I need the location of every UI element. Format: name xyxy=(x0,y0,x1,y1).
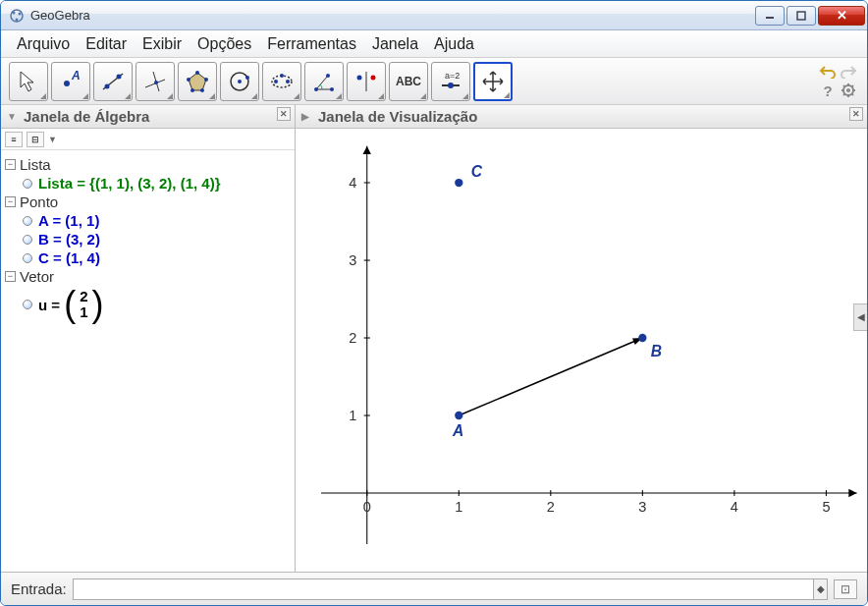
content: ▼ Janela de Álgebra ✕ ≡ ⊟ ▼ −Lista Lista… xyxy=(1,105,867,572)
toolbar: A ABC a=2 ? xyxy=(1,58,867,105)
group-ponto: −Ponto A = (1, 1) B = (3, 2) C = (1, 4) xyxy=(5,193,291,266)
tool-line[interactable] xyxy=(93,62,133,101)
toggle-minus-icon: − xyxy=(5,196,16,207)
menu-exibir[interactable]: Exibir xyxy=(136,33,188,55)
toggle-minus-icon: − xyxy=(5,271,16,282)
graphics-close-button[interactable]: ✕ xyxy=(849,107,863,121)
command-input[interactable] xyxy=(73,578,814,600)
svg-text:a=2: a=2 xyxy=(445,71,460,81)
menu-editar[interactable]: Editar xyxy=(80,33,133,55)
svg-line-43 xyxy=(843,94,845,96)
graphics-panel: ▶ Janela de Visualização ✕ 0123451234ABC xyxy=(296,105,867,572)
group-lista: −Lista Lista = {(1, 1), (3, 2), (1, 4)} xyxy=(5,156,291,192)
keyboard-button[interactable]: ⊡ xyxy=(834,579,857,599)
tool-angle[interactable] xyxy=(304,62,344,101)
window-title: GeoGebra xyxy=(30,8,753,23)
menubar: Arquivo Editar Exibir Opções Ferramentas… xyxy=(1,30,867,58)
minimize-button[interactable] xyxy=(755,6,785,26)
svg-point-15 xyxy=(204,78,208,82)
svg-point-28 xyxy=(326,74,330,78)
svg-line-44 xyxy=(852,85,854,87)
toggle-minus-icon: − xyxy=(5,159,16,170)
svg-text:C: C xyxy=(471,163,483,180)
group-lista-header[interactable]: −Lista xyxy=(5,156,291,173)
titlebar: GeoGebra ✕ xyxy=(1,1,867,30)
gear-icon[interactable] xyxy=(840,82,857,99)
svg-text:2: 2 xyxy=(547,499,555,515)
tool-reflect[interactable] xyxy=(347,62,386,101)
help-icon[interactable]: ? xyxy=(819,82,837,99)
bullet-icon xyxy=(23,300,32,309)
item-point-a[interactable]: A = (1, 1) xyxy=(5,212,291,229)
graphics-view[interactable]: 0123451234ABC xyxy=(296,129,867,572)
svg-line-41 xyxy=(843,85,845,87)
bullet-icon xyxy=(23,179,32,189)
tool-slider[interactable]: a=2 xyxy=(431,62,470,101)
algebra-panel: ▼ Janela de Álgebra ✕ ≡ ⊟ ▼ −Lista Lista… xyxy=(1,105,296,572)
svg-rect-5 xyxy=(797,12,805,20)
graphics-panel-header[interactable]: ▶ Janela de Visualização ✕ xyxy=(296,105,867,129)
svg-point-13 xyxy=(154,81,158,84)
algebra-panel-header[interactable]: ▼ Janela de Álgebra ✕ xyxy=(1,105,295,129)
svg-point-2 xyxy=(19,12,22,15)
mini-btn-1[interactable]: ≡ xyxy=(5,132,23,147)
svg-text:A: A xyxy=(71,69,81,83)
group-vetor: −Vetor u = ( 21 ) xyxy=(5,268,291,322)
algebra-close-button[interactable]: ✕ xyxy=(277,107,291,121)
svg-point-72 xyxy=(455,179,462,187)
sidebar-expand-button[interactable]: ◀ xyxy=(853,303,867,331)
item-point-b[interactable]: B = (3, 2) xyxy=(5,231,291,248)
mini-drop-icon[interactable]: ▼ xyxy=(48,135,57,144)
svg-point-24 xyxy=(286,80,290,83)
undo-icon[interactable] xyxy=(819,62,837,80)
tool-pan[interactable] xyxy=(473,62,513,101)
menu-ajuda[interactable]: Ajuda xyxy=(428,33,480,55)
item-lista[interactable]: Lista = {(1, 1), (3, 2), (1, 4)} xyxy=(5,175,291,192)
input-label: Entrada: xyxy=(11,580,67,597)
tool-ellipse[interactable] xyxy=(262,62,301,101)
svg-text:4: 4 xyxy=(731,499,738,515)
svg-point-10 xyxy=(117,74,122,79)
app-window: GeoGebra ✕ Arquivo Editar Exibir Opções … xyxy=(0,0,868,606)
svg-text:1: 1 xyxy=(349,408,356,423)
menu-opcoes[interactable]: Opções xyxy=(191,33,257,55)
close-button[interactable]: ✕ xyxy=(818,6,865,26)
tool-perpendicular[interactable] xyxy=(136,62,175,101)
menu-ferramentas[interactable]: Ferramentas xyxy=(261,33,362,55)
redo-icon[interactable] xyxy=(840,62,857,80)
bullet-icon xyxy=(23,216,32,226)
algebra-mini-toolbar: ≡ ⊟ ▼ xyxy=(1,129,295,150)
input-bar: Entrada: ◆ ⊡ xyxy=(1,572,867,605)
maximize-button[interactable] xyxy=(787,6,816,26)
mini-btn-2[interactable]: ⊟ xyxy=(27,132,44,147)
algebra-title: Janela de Álgebra xyxy=(24,108,149,125)
tool-text[interactable]: ABC xyxy=(389,62,428,101)
tool-point[interactable]: A xyxy=(51,62,90,101)
svg-point-30 xyxy=(357,75,362,80)
svg-point-33 xyxy=(448,83,454,88)
tool-polygon[interactable] xyxy=(178,62,217,101)
coordinate-plane[interactable]: 0123451234ABC xyxy=(296,129,867,572)
menu-janela[interactable]: Janela xyxy=(366,33,424,55)
group-ponto-header[interactable]: −Ponto xyxy=(5,193,291,210)
item-vector-u[interactable]: u = ( 21 ) xyxy=(5,287,291,322)
input-dropdown-button[interactable]: ◆ xyxy=(814,578,828,600)
svg-point-17 xyxy=(190,88,194,92)
menu-arquivo[interactable]: Arquivo xyxy=(11,33,76,55)
item-point-c[interactable]: C = (1, 4) xyxy=(5,249,291,266)
svg-text:B: B xyxy=(651,343,662,359)
svg-text:2: 2 xyxy=(349,330,356,346)
svg-point-6 xyxy=(64,81,70,86)
tool-circle[interactable] xyxy=(220,62,259,101)
svg-text:A: A xyxy=(452,422,463,439)
app-icon xyxy=(9,8,25,24)
svg-point-23 xyxy=(274,80,278,83)
svg-line-42 xyxy=(852,94,854,96)
svg-point-70 xyxy=(638,334,646,342)
group-vetor-header[interactable]: −Vetor xyxy=(5,268,291,285)
tool-move[interactable] xyxy=(9,62,48,101)
bullet-icon xyxy=(23,235,32,245)
bullet-icon xyxy=(23,253,32,263)
svg-point-26 xyxy=(314,87,318,91)
svg-point-1 xyxy=(13,11,16,14)
